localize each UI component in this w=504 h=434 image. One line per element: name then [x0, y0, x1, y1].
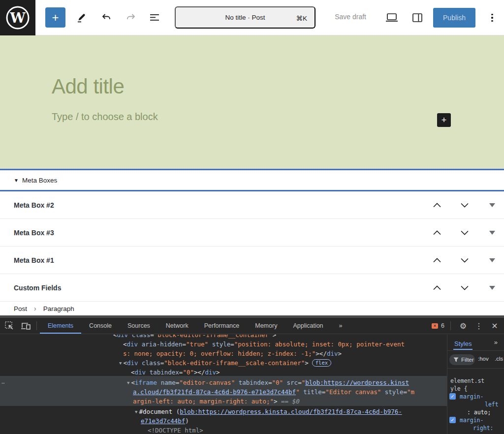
css-property[interactable]: right: — [473, 425, 494, 432]
elements-tree: ⋯ <div class="block-editor-iframe__conta… — [0, 335, 504, 434]
class-toggle[interactable]: .cls — [495, 356, 503, 362]
dom-node[interactable]: ▼#document (blob:https://wordpress.kinst… — [135, 407, 402, 417]
issues-count: 6 — [441, 322, 444, 329]
post-title-placeholder[interactable]: Add title — [52, 75, 124, 98]
command-palette-shortcut: ⌘K — [296, 14, 307, 23]
issues-icon: x — [432, 323, 438, 329]
css-property[interactable]: margin- — [460, 393, 483, 400]
more-tabs-button[interactable]: » — [331, 318, 350, 334]
options-menu-button[interactable] — [489, 12, 495, 24]
toggle-panel-button[interactable] — [487, 200, 497, 210]
editor-canvas[interactable]: Add title Type / to choose a block + — [0, 35, 504, 169]
dropdown-triangle-icon — [489, 258, 495, 262]
funnel-icon — [453, 357, 459, 362]
tab-console[interactable]: Console — [81, 318, 120, 334]
breadcrumb-item-paragraph[interactable]: Paragraph — [43, 305, 74, 312]
move-up-button[interactable] — [432, 255, 442, 265]
chevron-down-icon — [460, 203, 469, 208]
tab-elements[interactable]: Elements — [40, 318, 81, 334]
breadcrumb-item-post[interactable]: Post — [14, 305, 27, 312]
wordpress-logo[interactable]: W — [0, 0, 35, 35]
pseudo-state-toggle[interactable]: :hov — [478, 356, 489, 362]
move-down-button[interactable] — [460, 283, 470, 293]
undo-icon — [100, 12, 112, 24]
tab-memory[interactable]: Memory — [247, 318, 285, 334]
toggle-panel-button[interactable] — [487, 283, 497, 293]
redo-button[interactable] — [124, 11, 138, 25]
devtools-panel: Elements Console Sources Network Perform… — [0, 318, 504, 434]
block-inserter-toggle-button[interactable]: + — [45, 7, 65, 28]
move-down-button[interactable] — [460, 228, 470, 238]
tab-sources[interactable]: Sources — [120, 318, 158, 334]
property-checkbox[interactable]: ✓ — [449, 393, 456, 400]
meta-box-title: Meta Box #3 — [14, 229, 432, 237]
breadcrumb: Post › Paragraph — [0, 302, 504, 315]
divider — [450, 321, 451, 330]
device-toolbar-button[interactable] — [19, 319, 33, 332]
editor-toolbar: W + — [0, 0, 504, 35]
dom-node-selected[interactable]: argin-left: auto; margin-right: auto;"> … — [133, 397, 300, 406]
devtools-tabbar: Elements Console Sources Network Perform… — [0, 318, 504, 334]
styles-filter-input[interactable]: Filter — [449, 354, 475, 365]
styles-tabbar: Styles » — [447, 335, 504, 351]
dom-node[interactable]: <div tabindex="0"></div> — [131, 368, 220, 377]
css-property[interactable]: margin- — [460, 417, 483, 424]
divider — [36, 321, 37, 330]
tab-styles[interactable]: Styles — [453, 337, 472, 350]
toggle-panel-button[interactable] — [487, 228, 497, 238]
devtools-settings-button[interactable]: ⚙ — [457, 319, 470, 332]
dom-node[interactable]: <div class="block-editor-iframe__contain… — [113, 335, 276, 340]
tools-button[interactable] — [75, 11, 89, 25]
css-value[interactable]: : auto; — [467, 409, 491, 416]
toggle-panel-button[interactable] — [487, 255, 497, 265]
dom-node[interactable]: <!DOCTYPE html> — [148, 426, 203, 434]
gutter-dots-icon: ⋯ — [1, 380, 5, 386]
chevron-down-icon — [460, 258, 469, 263]
dom-node-selected[interactable]: a.cloud/fb3f21fd-87ca-4c6d-b976-e71e3d7c… — [133, 387, 414, 397]
style-rule-text[interactable]: yle { — [450, 385, 468, 392]
command-palette-label: No title · Post — [225, 14, 265, 21]
block-inserter-button[interactable]: + — [437, 113, 451, 127]
move-down-button[interactable] — [460, 255, 470, 265]
pencil-icon — [76, 12, 88, 24]
move-up-button[interactable] — [432, 200, 442, 210]
move-up-button[interactable] — [432, 283, 442, 293]
meta-boxes-panel-header[interactable]: ▼ Meta Boxes — [0, 169, 504, 191]
style-rule-text[interactable]: element.st — [450, 377, 484, 384]
property-checkbox[interactable]: ✓ — [449, 417, 456, 423]
tab-application[interactable]: Application — [285, 318, 331, 334]
css-property[interactable]: left — [485, 401, 499, 408]
meta-box-title: Custom Fields — [14, 284, 432, 292]
devtools-close-button[interactable]: ✕ — [488, 319, 501, 332]
command-palette-button[interactable]: No title · Post ⌘K — [175, 6, 315, 29]
undo-button[interactable] — [99, 11, 113, 25]
meta-box-row: Meta Box #2 — [0, 191, 504, 219]
issues-counter-button[interactable]: x 6 — [432, 322, 444, 329]
publish-button[interactable]: Publish — [433, 8, 475, 28]
filter-placeholder: Filter — [461, 357, 474, 363]
dom-node-selected[interactable]: ▼<iframe name="editor-canvas" tabindex="… — [127, 378, 409, 388]
settings-sidebar-toggle-button[interactable] — [410, 11, 424, 25]
dom-node[interactable]: s: none; opacity: 0; overflow: hidden; z… — [123, 349, 342, 358]
devtools-menu-button[interactable]: ⋮ — [472, 319, 485, 332]
chevron-down-icon — [460, 230, 469, 235]
move-down-button[interactable] — [460, 200, 470, 210]
inspect-element-button[interactable] — [2, 319, 17, 332]
meta-boxes-panel-label: Meta Boxes — [22, 177, 57, 184]
wordpress-logo-icon: W — [5, 5, 31, 31]
meta-box-title: Meta Box #2 — [14, 201, 432, 209]
styles-sidebar: Styles » Filter :hov .cls element.st yle… — [447, 335, 504, 434]
styles-filter-bar: Filter :hov .cls — [447, 351, 504, 369]
preview-button[interactable] — [385, 11, 399, 25]
tab-performance[interactable]: Performance — [196, 318, 248, 334]
styles-more-tabs-button[interactable]: » — [494, 339, 498, 346]
save-draft-button[interactable]: Save draft — [335, 13, 366, 21]
dom-node[interactable]: ▼<div class="block-editor-iframe__scale-… — [119, 358, 331, 368]
tab-network[interactable]: Network — [158, 318, 196, 334]
list-view-icon — [149, 12, 160, 24]
dom-node[interactable]: <div aria-hidden="true" style="position:… — [123, 340, 405, 349]
move-up-button[interactable] — [432, 228, 442, 238]
dom-node[interactable]: e71e3d7c44bf) — [141, 416, 189, 426]
block-appender-placeholder[interactable]: Type / to choose a block — [52, 111, 158, 123]
document-overview-button[interactable] — [148, 11, 161, 25]
